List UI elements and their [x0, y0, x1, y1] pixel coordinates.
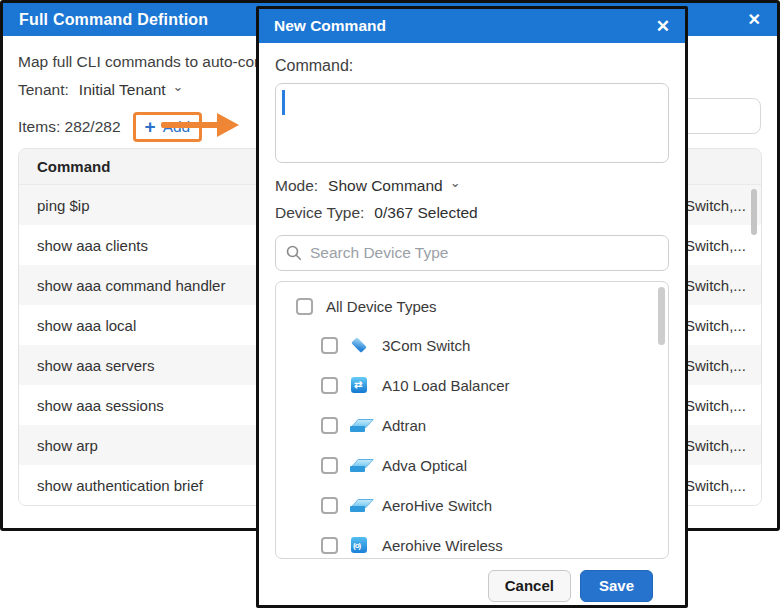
intro-text: Map full CLI commands to auto-comple [18, 53, 288, 71]
plus-icon [145, 117, 156, 136]
device-types-cell: Switch,... [685, 277, 749, 294]
device-type-items: 3Com Switch A10 Load Balancer Adtran [276, 325, 668, 559]
mode-label: Mode: [275, 177, 318, 195]
device-type-item[interactable]: Aerohive Wireless [276, 525, 668, 559]
modal-footer: Cancel Save [275, 570, 669, 602]
chevron-down-icon [173, 84, 184, 91]
device-type-list: All Device Types 3Com Switch [275, 281, 669, 559]
device-types-cell: Switch,... [685, 477, 749, 494]
device-type-item[interactable]: AeroHive Switch [276, 485, 668, 525]
text-cursor [282, 90, 285, 115]
checkbox[interactable] [321, 497, 338, 514]
annotation-arrow [161, 122, 219, 128]
switch-icon [348, 496, 372, 514]
switch-icon [348, 456, 372, 474]
checkbox[interactable] [296, 298, 313, 315]
screen: Full Command Defintion Map full CLI comm… [0, 0, 784, 615]
device-types-cell: Switch,... [685, 197, 749, 214]
tenant-label: Tenant: [18, 81, 69, 99]
mode-row: Mode: Show Command [275, 176, 669, 196]
device-type-name: A10 Load Balancer [382, 377, 510, 394]
close-icon[interactable] [748, 12, 761, 28]
checkbox[interactable] [321, 417, 338, 434]
chevron-down-icon [450, 180, 461, 187]
table-scrollbar-thumb[interactable] [751, 189, 757, 235]
device-search-input[interactable] [310, 244, 658, 262]
command-textarea[interactable] [275, 83, 669, 163]
device-type-item[interactable]: A10 Load Balancer [276, 365, 668, 405]
device-search-box[interactable] [275, 235, 669, 271]
all-device-types-row[interactable]: All Device Types [276, 287, 668, 325]
device-type-status: 0/367 Selected [374, 204, 477, 222]
checkbox[interactable] [321, 537, 338, 554]
modal-body: Command: Mode: Show Command Device Type:… [259, 57, 685, 602]
tenant-select[interactable]: Initial Tenant [79, 81, 184, 99]
load-balancer-icon [348, 376, 372, 394]
save-button[interactable]: Save [580, 570, 653, 602]
diamond-switch-icon [348, 336, 372, 354]
device-types-cell: Switch,... [685, 317, 749, 334]
search-icon [286, 245, 302, 261]
mode-value: Show Command [328, 177, 443, 195]
device-type-name: Aerohive Wireless [382, 537, 503, 554]
items-count: Items: 282/282 [18, 118, 121, 136]
dialog-title: Full Command Defintion [19, 11, 208, 29]
device-type-item[interactable]: Adtran [276, 405, 668, 445]
device-types-cell: Switch,... [685, 397, 749, 414]
device-type-name: Adtran [382, 417, 426, 434]
modal-header: New Command [259, 9, 685, 43]
list-scrollbar-thumb[interactable] [658, 287, 665, 345]
new-command-modal: New Command Command: Mode: Show Command … [256, 6, 688, 608]
device-type-name: Adva Optical [382, 457, 467, 474]
command-label: Command: [275, 57, 669, 75]
device-type-item[interactable]: 3Com Switch [276, 325, 668, 365]
all-device-types-label: All Device Types [326, 298, 437, 315]
checkbox[interactable] [321, 377, 338, 394]
modal-title: New Command [274, 17, 386, 35]
wireless-ap-icon [348, 536, 372, 554]
device-type-name: 3Com Switch [382, 337, 470, 354]
checkbox[interactable] [321, 457, 338, 474]
annotation-arrow-head [217, 113, 239, 137]
device-type-item[interactable]: Adva Optical [276, 445, 668, 485]
mode-select[interactable]: Show Command [328, 177, 460, 195]
device-type-name: AeroHive Switch [382, 497, 492, 514]
device-type-label: Device Type: [275, 204, 364, 222]
checkbox[interactable] [321, 337, 338, 354]
device-types-cell: Switch,... [685, 437, 749, 454]
device-types-cell: Switch,... [685, 237, 749, 254]
tenant-value: Initial Tenant [79, 81, 166, 99]
device-types-cell: Switch,... [685, 357, 749, 374]
switch-icon [348, 416, 372, 434]
device-type-row: Device Type: 0/367 Selected [275, 203, 669, 223]
close-icon[interactable] [656, 18, 670, 35]
cancel-button[interactable]: Cancel [488, 570, 571, 602]
tenant-row: Tenant: Initial Tenant [18, 81, 184, 99]
